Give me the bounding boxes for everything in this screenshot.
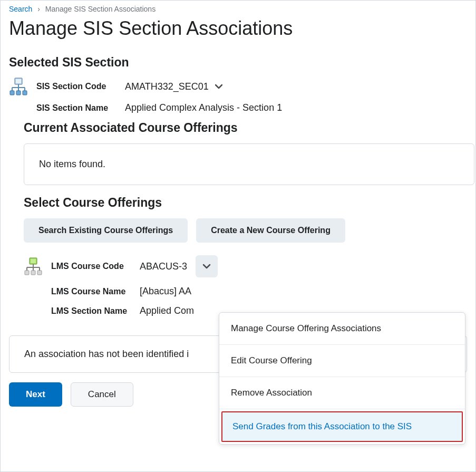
svg-rect-11 [31,259,36,263]
sis-code-row: SIS Section Code AMATH332_SEC01 [9,74,467,99]
next-button[interactable]: Next [9,382,62,407]
search-offerings-button[interactable]: Search Existing Course Offerings [24,218,188,243]
create-offering-button[interactable]: Create a New Course Offering [196,218,345,243]
chevron-down-icon [202,264,211,269]
lms-code-actions-button[interactable] [196,255,218,277]
cancel-button[interactable]: Cancel [71,382,133,407]
sis-name-value: Applied Complex Analysis - Section 1 [125,102,282,113]
breadcrumb-current: Manage SIS Section Associations [45,5,156,13]
svg-rect-8 [16,91,21,95]
selected-sis-heading: Selected SIS Section [1,50,475,74]
sis-code-value-container: AMATH332_SEC01 [125,81,222,92]
svg-rect-17 [25,271,29,275]
lms-section-value: Applied Com [140,305,194,316]
sis-code-label: SIS Section Code [36,82,125,91]
lms-code-row: LMS Course Code ABACUS-3 [24,251,475,282]
offerings-button-row: Search Existing Course Offerings Create … [1,214,475,251]
lms-name-label: LMS Course Name [51,287,140,296]
svg-rect-7 [10,91,14,95]
sis-code-dropdown[interactable] [215,83,222,90]
svg-rect-18 [31,271,35,275]
lms-org-icon [24,257,43,276]
dropdown-send-grades[interactable]: Send Grades from this Association to the… [221,411,463,442]
page-title: Manage SIS Section Associations [1,15,475,50]
lms-code-label: LMS Course Code [51,262,140,271]
current-offerings-heading: Current Associated Course Offerings [1,117,475,139]
dropdown-edit-offering[interactable]: Edit Course Offering [219,345,465,377]
sis-name-row: SIS Section Name Applied Complex Analysi… [9,99,467,117]
dropdown-remove-association[interactable]: Remove Association [219,377,465,409]
lms-code-value: ABACUS-3 [140,261,187,272]
sis-org-icon [9,77,28,96]
empty-offerings-box: No items found. [24,143,474,185]
lms-name-value: [Abacus] AA [140,286,191,297]
breadcrumb: Search › Manage SIS Section Associations [1,1,475,15]
svg-rect-19 [37,271,42,275]
svg-rect-9 [23,91,27,95]
svg-rect-1 [16,79,21,83]
breadcrumb-search-link[interactable]: Search [9,5,32,13]
breadcrumb-separator: › [37,5,40,13]
dropdown-manage-associations[interactable]: Manage Course Offering Associations [219,313,465,345]
lms-code-value-container: ABACUS-3 [140,255,218,277]
select-offerings-heading: Select Course Offerings [1,191,475,214]
lms-actions-dropdown: Manage Course Offering Associations Edit… [219,312,465,445]
sis-name-label: SIS Section Name [36,103,125,113]
lms-section-label: LMS Section Name [51,306,140,316]
sis-code-value: AMATH332_SEC01 [125,81,209,92]
lms-name-row: LMS Course Name [Abacus] AA [24,282,475,301]
